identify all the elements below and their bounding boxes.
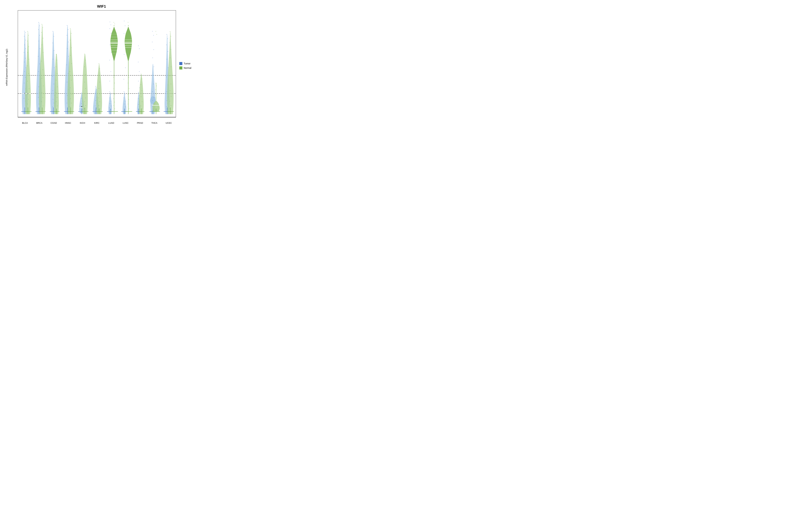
svg-rect-272 bbox=[141, 74, 141, 74]
svg-rect-74 bbox=[41, 102, 42, 102]
svg-rect-251 bbox=[129, 88, 130, 89]
svg-rect-124 bbox=[71, 48, 72, 48]
legend-label-normal: Normal bbox=[184, 67, 191, 69]
svg-rect-169 bbox=[95, 110, 96, 110]
svg-rect-329 bbox=[171, 50, 171, 50]
svg-rect-78 bbox=[53, 31, 53, 32]
svg-rect-311 bbox=[167, 39, 168, 39]
svg-rect-172 bbox=[99, 63, 99, 64]
svg-rect-188 bbox=[110, 103, 110, 104]
svg-rect-46 bbox=[38, 30, 39, 30]
svg-rect-70 bbox=[42, 78, 42, 78]
svg-rect-277 bbox=[142, 102, 142, 102]
svg-rect-125 bbox=[70, 55, 71, 55]
svg-rect-102 bbox=[57, 106, 57, 106]
svg-rect-288 bbox=[152, 75, 152, 75]
svg-rect-228 bbox=[123, 98, 124, 98]
svg-rect-110 bbox=[68, 56, 69, 56]
x-tick-label: LUSC bbox=[118, 121, 133, 124]
svg-rect-222 bbox=[113, 105, 114, 106]
svg-rect-307 bbox=[156, 34, 157, 35]
svg-rect-98 bbox=[57, 87, 57, 87]
svg-rect-154 bbox=[84, 93, 85, 94]
svg-rect-249 bbox=[129, 77, 129, 77]
svg-rect-69 bbox=[43, 69, 43, 70]
svg-rect-90 bbox=[52, 107, 53, 107]
svg-rect-303 bbox=[155, 90, 156, 90]
svg-rect-138 bbox=[81, 93, 82, 93]
svg-rect-336 bbox=[170, 101, 170, 101]
svg-rect-253 bbox=[129, 99, 129, 99]
svg-rect-301 bbox=[155, 83, 156, 83]
x-tick-label: KIRC bbox=[90, 121, 104, 124]
svg-rect-31 bbox=[27, 41, 28, 41]
svg-rect-63 bbox=[43, 27, 43, 28]
x-tick-label: PRAD bbox=[133, 121, 147, 124]
y-axis-label-container: mRNA Expression (RNASeq V2, log2) bbox=[3, 10, 10, 124]
x-tick-label: BRCA bbox=[32, 121, 47, 124]
svg-rect-180 bbox=[99, 105, 99, 106]
svg-rect-320 bbox=[167, 100, 167, 101]
svg-rect-7 bbox=[24, 31, 24, 31]
svg-rect-266 bbox=[138, 62, 139, 62]
svg-rect-284 bbox=[152, 42, 153, 42]
svg-rect-68 bbox=[41, 61, 42, 61]
svg-rect-71 bbox=[43, 86, 44, 86]
svg-rect-36 bbox=[28, 73, 29, 74]
svg-rect-282 bbox=[152, 31, 153, 32]
svg-rect-8 bbox=[25, 32, 26, 33]
svg-rect-331 bbox=[171, 67, 171, 67]
svg-rect-234 bbox=[124, 33, 124, 34]
svg-rect-221 bbox=[114, 102, 115, 102]
svg-rect-269 bbox=[139, 88, 140, 88]
svg-rect-226 bbox=[124, 92, 124, 92]
plot-svg-container: 0 5 10 15 bbox=[18, 10, 176, 121]
svg-rect-248 bbox=[128, 22, 128, 22]
svg-rect-312 bbox=[166, 45, 167, 45]
svg-rect-315 bbox=[168, 68, 168, 68]
svg-rect-133 bbox=[70, 107, 70, 107]
svg-rect-100 bbox=[57, 97, 57, 98]
svg-rect-50 bbox=[38, 56, 38, 56]
svg-rect-111 bbox=[66, 65, 67, 65]
y-axis-label: mRNA Expression (RNASeq V2, log2) bbox=[6, 49, 8, 86]
svg-rect-107 bbox=[67, 35, 67, 36]
svg-rect-264 bbox=[138, 46, 139, 46]
svg-rect-265 bbox=[139, 49, 140, 49]
x-tick-label: KICH bbox=[75, 121, 90, 124]
svg-rect-194 bbox=[109, 29, 110, 29]
svg-rect-45 bbox=[39, 25, 40, 26]
svg-rect-230 bbox=[124, 104, 124, 104]
svg-rect-275 bbox=[142, 91, 142, 91]
svg-rect-218 bbox=[113, 89, 114, 89]
svg-rect-283 bbox=[153, 35, 154, 36]
svg-rect-179 bbox=[99, 102, 100, 102]
svg-rect-279 bbox=[142, 109, 142, 109]
svg-rect-41 bbox=[27, 104, 28, 104]
svg-rect-109 bbox=[67, 49, 67, 49]
svg-rect-196 bbox=[110, 45, 110, 45]
svg-rect-200 bbox=[109, 81, 110, 81]
svg-rect-127 bbox=[69, 71, 70, 72]
svg-rect-326 bbox=[170, 31, 170, 32]
svg-rect-101 bbox=[56, 102, 56, 102]
svg-rect-37 bbox=[27, 81, 28, 81]
svg-rect-178 bbox=[98, 98, 99, 98]
svg-rect-72 bbox=[42, 93, 42, 93]
svg-rect-332 bbox=[170, 75, 170, 76]
svg-rect-67 bbox=[43, 52, 44, 53]
svg-rect-327 bbox=[171, 36, 171, 36]
legend-label-tumor: Tumor bbox=[184, 62, 191, 65]
svg-rect-220 bbox=[113, 99, 114, 99]
svg-rect-302 bbox=[156, 86, 157, 86]
svg-rect-254 bbox=[128, 104, 128, 104]
svg-rect-66 bbox=[42, 45, 42, 45]
svg-rect-88 bbox=[53, 99, 53, 99]
svg-rect-232 bbox=[124, 21, 124, 21]
svg-rect-140 bbox=[81, 98, 82, 98]
chart-title: WIF1 bbox=[97, 4, 106, 9]
svg-rect-95 bbox=[56, 67, 56, 67]
svg-rect-44 bbox=[38, 22, 39, 22]
svg-rect-32 bbox=[29, 47, 29, 47]
svg-rect-173 bbox=[99, 68, 100, 69]
